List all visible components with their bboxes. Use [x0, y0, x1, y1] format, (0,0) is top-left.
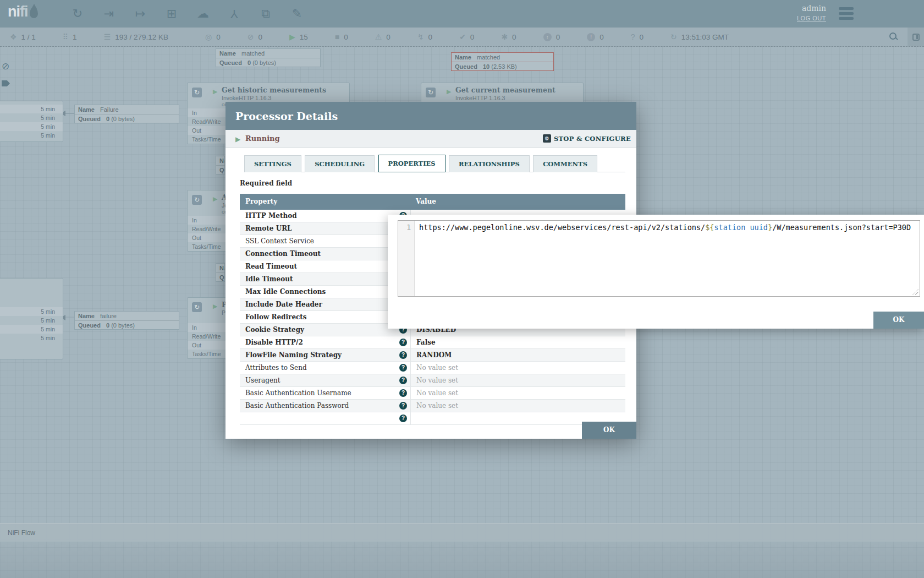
table-row: Useragent?No value set	[240, 374, 625, 387]
value-editor-textarea[interactable]: 1 https://www.pegelonline.wsv.de/webserv…	[398, 220, 920, 297]
tab-properties[interactable]: PROPERTIES	[378, 155, 446, 172]
tab-settings[interactable]: SETTINGS	[244, 155, 301, 172]
editor-ok-button[interactable]: OK	[873, 312, 924, 329]
help-icon[interactable]: ?	[399, 415, 407, 422]
dialog-ok-button[interactable]: OK	[582, 422, 636, 439]
help-icon[interactable]: ?	[399, 389, 407, 397]
table-row: Disable HTTP/2?False	[240, 336, 625, 349]
help-icon[interactable]: ?	[399, 377, 407, 384]
stop-and-configure-button[interactable]: ⚙ STOP & CONFIGURE	[543, 134, 631, 143]
nifi-app: Namematched Queued0 (0 bytes) Namematche…	[0, 0, 924, 578]
tab-relationships[interactable]: RELATIONSHIPS	[449, 155, 530, 172]
dialog-status-bar: ▶ Running ⚙ STOP & CONFIGURE	[226, 130, 636, 148]
line-number-gutter: 1	[398, 221, 415, 296]
stop-configure-gear-icon: ⚙	[543, 134, 551, 143]
column-value: Value	[410, 194, 625, 210]
help-icon[interactable]: ?	[399, 339, 407, 346]
value-editor-content: https://www.pegelonline.wsv.de/webservic…	[419, 223, 912, 232]
column-property: Property	[240, 194, 410, 210]
dialog-tabs: SETTINGS SCHEDULING PROPERTIES RELATIONS…	[244, 155, 625, 172]
help-icon[interactable]: ?	[399, 402, 407, 410]
help-icon[interactable]: ?	[399, 364, 407, 372]
dialog-header: Processor Details	[226, 102, 636, 130]
tab-comments[interactable]: COMMENTS	[533, 155, 597, 172]
table-row: Basic Authentication Username?No value s…	[240, 387, 625, 400]
processor-run-status: Running	[245, 134, 280, 143]
resize-handle-icon[interactable]	[912, 289, 919, 295]
dialog-title: Processor Details	[235, 110, 338, 122]
running-triangle-icon: ▶	[235, 135, 240, 143]
tab-scheduling[interactable]: SCHEDULING	[305, 155, 375, 172]
value-editor-popup: 1 https://www.pegelonline.wsv.de/webserv…	[388, 215, 924, 329]
table-row: FlowFile Naming Strategy?RANDOM	[240, 349, 625, 362]
table-row: Attributes to Send?No value set	[240, 362, 625, 374]
required-field-note: Required field	[240, 179, 292, 187]
help-icon[interactable]: ?	[399, 351, 407, 359]
table-row-partial: ?	[240, 412, 625, 425]
table-header: Property Value	[240, 194, 625, 210]
table-row: Basic Authentication Password?No value s…	[240, 400, 625, 412]
